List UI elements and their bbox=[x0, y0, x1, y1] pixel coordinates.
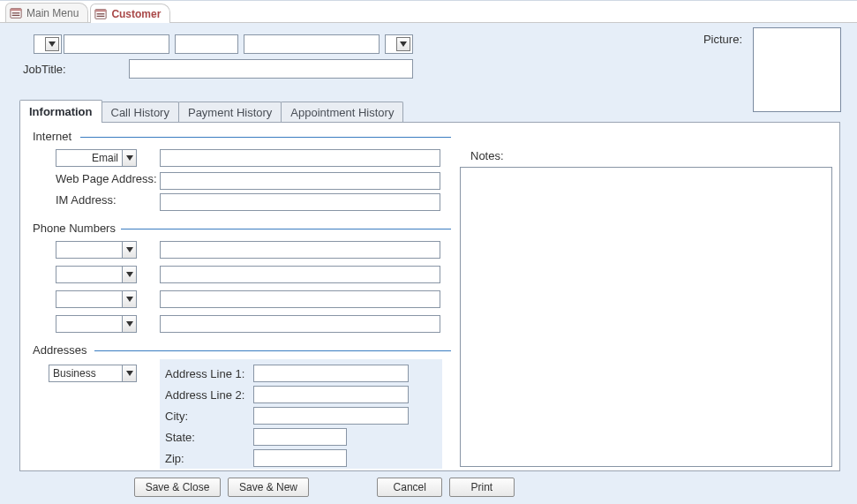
phone-group-label: Phone Numbers bbox=[29, 222, 119, 235]
addr-city-label: City: bbox=[165, 410, 253, 423]
tab-call-history[interactable]: Call History bbox=[101, 102, 179, 123]
tabpage-information: Internet Email Web Page Address: IM Addr… bbox=[19, 122, 840, 471]
form-icon bbox=[10, 7, 22, 19]
doc-tab-customer[interactable]: Customer bbox=[90, 4, 170, 23]
email-type-combo[interactable]: Email bbox=[56, 149, 137, 167]
phone2-input[interactable] bbox=[160, 266, 440, 283]
phone4-type-combo[interactable] bbox=[56, 315, 137, 333]
save-new-label: Save & New bbox=[239, 481, 297, 493]
addr-line2-label: Address Line 2: bbox=[165, 388, 253, 402]
addresses-group-line bbox=[94, 350, 451, 351]
doc-tab-customer-label: Customer bbox=[111, 8, 161, 20]
tab-appointment-history[interactable]: Appointment History bbox=[281, 102, 403, 123]
addresses-group-label: Addresses bbox=[29, 343, 90, 357]
chevron-down-icon bbox=[45, 37, 59, 51]
doc-tab-main-menu[interactable]: Main Menu bbox=[5, 3, 88, 22]
save-close-label: Save & Close bbox=[146, 481, 210, 493]
address-type-combo-text: Business bbox=[49, 367, 122, 380]
chevron-down-icon bbox=[122, 365, 136, 381]
chevron-down-icon bbox=[122, 316, 136, 332]
webpage-label: Web Page Address: bbox=[56, 172, 160, 185]
email-type-combo-text: Email bbox=[56, 152, 122, 164]
addr-state-label: State: bbox=[165, 431, 253, 444]
addr-line1-input[interactable] bbox=[253, 365, 409, 382]
svg-marker-14 bbox=[126, 321, 133, 327]
lastname-input[interactable] bbox=[244, 34, 380, 54]
im-input[interactable] bbox=[160, 193, 440, 211]
email-input[interactable] bbox=[160, 149, 440, 167]
customer-form: Main Menu Customer JobTitle: Picture: bbox=[0, 0, 857, 504]
doc-tab-main-menu-label: Main Menu bbox=[26, 7, 79, 19]
jobtitle-label: JobTitle: bbox=[23, 63, 129, 76]
tab-appointment-history-label: Appointment History bbox=[290, 106, 394, 119]
document-tabs: Main Menu Customer bbox=[0, 1, 857, 23]
print-button[interactable]: Print bbox=[449, 478, 515, 497]
picture-label: Picture: bbox=[703, 33, 742, 46]
svg-marker-12 bbox=[126, 272, 133, 277]
internet-group-line bbox=[80, 137, 451, 138]
phone4-input[interactable] bbox=[160, 315, 440, 333]
tab-information-label: Information bbox=[29, 105, 93, 118]
tab-information[interactable]: Information bbox=[19, 100, 102, 123]
chevron-down-icon bbox=[122, 150, 136, 166]
im-label: IM Address: bbox=[56, 193, 160, 207]
firstname-input[interactable] bbox=[64, 34, 169, 54]
form-icon bbox=[94, 8, 107, 20]
address-type-combo[interactable]: Business bbox=[49, 365, 137, 382]
notes-textarea[interactable] bbox=[460, 167, 832, 467]
detail-tabstrip: Information Call History Payment History… bbox=[19, 100, 840, 123]
svg-rect-1 bbox=[11, 8, 21, 11]
phone1-type-combo[interactable] bbox=[56, 241, 137, 259]
tab-call-history-label: Call History bbox=[111, 106, 169, 119]
save-close-button[interactable]: Save & Close bbox=[134, 478, 222, 497]
phone3-input[interactable] bbox=[160, 290, 440, 308]
cancel-label: Cancel bbox=[394, 481, 426, 493]
tab-payment-history-label: Payment History bbox=[188, 106, 272, 119]
jobtitle-input[interactable] bbox=[129, 59, 413, 79]
address-subpanel: Address Line 1: Address Line 2: City: St… bbox=[160, 359, 442, 469]
title-dropdown[interactable] bbox=[34, 34, 62, 54]
print-label: Print bbox=[471, 481, 493, 493]
svg-rect-5 bbox=[95, 9, 106, 11]
phone2-type-combo[interactable] bbox=[56, 266, 137, 283]
chevron-down-icon bbox=[396, 37, 410, 51]
svg-rect-7 bbox=[97, 15, 105, 16]
svg-marker-13 bbox=[126, 297, 133, 302]
cancel-button[interactable]: Cancel bbox=[377, 478, 442, 497]
svg-marker-10 bbox=[126, 155, 133, 161]
svg-marker-9 bbox=[400, 41, 407, 47]
svg-rect-3 bbox=[12, 14, 20, 15]
svg-marker-8 bbox=[49, 41, 56, 47]
internet-group-label: Internet bbox=[29, 130, 75, 143]
tab-payment-history[interactable]: Payment History bbox=[178, 102, 282, 123]
addr-line2-input[interactable] bbox=[253, 386, 409, 403]
button-bar: Save & Close Save & New Cancel Print bbox=[0, 478, 857, 497]
chevron-down-icon bbox=[122, 291, 136, 307]
detail-tabcontrol: Information Call History Payment History… bbox=[19, 100, 840, 472]
middlename-input[interactable] bbox=[175, 34, 238, 54]
save-new-button[interactable]: Save & New bbox=[228, 478, 309, 497]
addr-state-input[interactable] bbox=[253, 428, 347, 446]
phone1-input[interactable] bbox=[160, 241, 440, 259]
addr-zip-input[interactable] bbox=[253, 449, 347, 467]
chevron-down-icon bbox=[122, 267, 136, 282]
svg-marker-11 bbox=[126, 247, 133, 252]
addr-zip-label: Zip: bbox=[165, 452, 253, 465]
phone-group-line bbox=[121, 229, 451, 229]
addr-line1-label: Address Line 1: bbox=[165, 367, 253, 380]
phone3-type-combo[interactable] bbox=[56, 290, 137, 308]
svg-rect-2 bbox=[12, 12, 20, 13]
addr-city-input[interactable] bbox=[253, 407, 409, 425]
notes-label: Notes: bbox=[470, 149, 504, 162]
suffix-dropdown[interactable] bbox=[385, 34, 413, 54]
svg-rect-6 bbox=[97, 13, 105, 14]
chevron-down-icon bbox=[122, 242, 136, 258]
webpage-input[interactable] bbox=[160, 172, 440, 190]
svg-marker-15 bbox=[126, 371, 133, 376]
